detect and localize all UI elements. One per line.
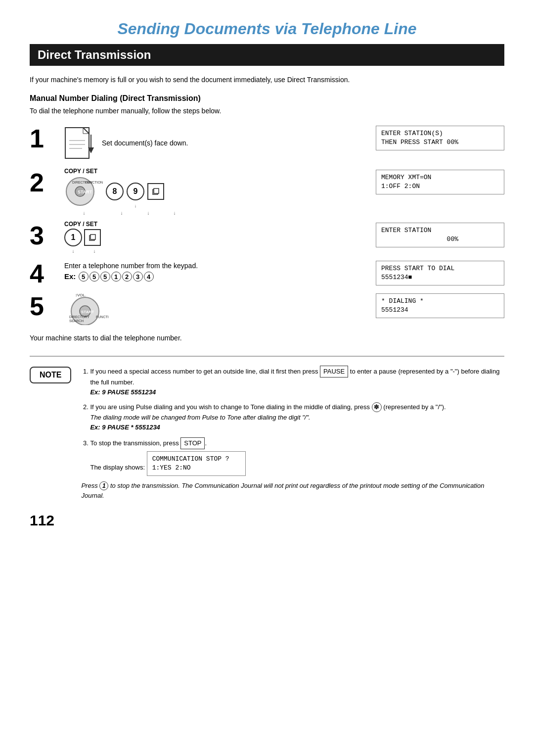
step-2-content: COPY / SET START DIRECTORY FUNCTION 8 9 … [59, 168, 376, 216]
section-divider [30, 356, 504, 357]
note-section: NOTE If you need a special access number… [30, 366, 504, 500]
svg-text:FUNCTION: FUNCTION [85, 181, 103, 184]
note-item-1: If you need a special access number to g… [90, 366, 504, 397]
display-shows-label: The display shows: [90, 464, 145, 471]
subsection-desc: To dial the telephone number manually, f… [30, 107, 504, 115]
note-content: If you need a special access number to g… [81, 366, 504, 500]
document-icon [64, 127, 94, 161]
steps-area: 1 [30, 124, 504, 330]
pause-button-inline: PAUSE [320, 366, 348, 378]
step-3-content: COPY / SET 1 ↓ ↓ [59, 221, 376, 254]
step-1-content: Set document(s) face down. [59, 124, 376, 163]
step-4-lcd: PRESS START TO DIAL 5551234■ [376, 259, 504, 285]
key-copy-sq-2 [147, 183, 164, 200]
step-2-machine: START DIRECTORY FUNCTION 8 9 ↓ [64, 176, 376, 207]
step-5-desc: Your machine starts to dial the telephon… [30, 334, 504, 342]
page-title: Sending Documents via Telephone Line [30, 20, 504, 38]
svg-text:↕VOL.: ↕VOL. [75, 293, 86, 297]
key-1: 1 [64, 229, 82, 246]
section-header: Direct Transmission [30, 44, 504, 66]
step-4-content: Enter a telephone number from the keypad… [59, 259, 376, 283]
lcd-box-4: PRESS START TO DIAL 5551234■ [376, 261, 504, 285]
svg-text:FUNCTION: FUNCTION [96, 315, 109, 319]
lcd-box-1: ENTER STATION(S) THEN PRESS START 00% [376, 126, 504, 150]
step-2-lcd: MEMORY XMT=ON 1:OFF 2:ON [376, 168, 504, 194]
svg-text:DIRECTORY: DIRECTORY [69, 315, 89, 319]
step-1-number: 1 [30, 126, 59, 151]
stop-button-inline: STOP [180, 437, 205, 449]
key-8: 8 [106, 183, 124, 200]
note-2-example: Ex: 9 PAUSE * 5551234 [90, 424, 160, 431]
step-5-lcd: * DIALING * 5551234 [376, 291, 504, 318]
note-2-italic-1: The dialing mode will be changed from Pu… [90, 414, 310, 421]
step-3-lcd: ENTER STATION 00% [376, 221, 504, 247]
step-1-row: 1 [30, 124, 504, 163]
note-item-3: To stop the transmission, press STOP. Th… [90, 437, 504, 476]
machine-icon-5: ↕VOL. START DIRECTORY SEARCH FUNCTION [64, 291, 109, 325]
step-2-copy-set-label: COPY / SET [64, 168, 376, 175]
svg-rect-14 [154, 189, 159, 193]
star-button-inline: ✽ [372, 402, 382, 412]
step-2-row: 2 COPY / SET START DIRECTORY FUNCTION 8 … [30, 168, 504, 216]
note-1-example: Ex: 9 PAUSE 5551234 [90, 388, 156, 396]
subsection-title: Manual Number Dialing (Direct Transmissi… [30, 94, 504, 103]
press-label: Press [81, 482, 99, 489]
step-1-lcd: ENTER STATION(S) THEN PRESS START 00% [376, 124, 504, 150]
page-number: 112 [30, 512, 504, 529]
svg-text:START: START [78, 189, 92, 194]
press-1-circle: 1 [99, 481, 108, 490]
step-3-copy-set-label: COPY / SET [64, 221, 376, 228]
step-4-number: 4 [30, 261, 59, 286]
key-9: 9 [127, 183, 144, 200]
step-3-row: 3 COPY / SET 1 ↓ ↓ ENTER STATION 00% [30, 221, 504, 254]
svg-rect-16 [90, 235, 95, 239]
step-2-number: 2 [30, 170, 59, 195]
step-3-keys: 1 [64, 229, 376, 246]
step-5-number: 5 [30, 293, 59, 319]
bottom-note: Press 1 to stop the transmission. The Co… [81, 481, 504, 500]
step-3-number: 3 [30, 223, 59, 248]
svg-text:START: START [81, 310, 94, 314]
note-badge: NOTE [30, 367, 71, 383]
lcd-box-2: MEMORY XMT=ON 1:OFF 2:ON [376, 170, 504, 194]
step-5-machine: ↕VOL. START DIRECTORY SEARCH FUNCTION [64, 291, 376, 325]
note-item-2: If you are using Pulse dialing and you w… [90, 402, 504, 432]
step-5-content: ↕VOL. START DIRECTORY SEARCH FUNCTION [59, 291, 376, 325]
lcd-box-3: ENTER STATION 00% [376, 223, 504, 247]
step-4-row: 4 Enter a telephone number from the keyp… [30, 259, 504, 286]
step-4-ex: Ex: 5551234 [64, 272, 376, 282]
lcd-box-note: COMMUNICATION STOP ? 1:YES 2:NO [147, 451, 246, 476]
svg-text:SEARCH: SEARCH [69, 319, 84, 323]
step-4-desc: Enter a telephone number from the keypad… [64, 262, 376, 270]
machine-icon-2: START DIRECTORY FUNCTION [64, 176, 104, 207]
intro-text: If your machine's memory is full or you … [30, 75, 504, 85]
step-1-desc: Set document(s) face down. [102, 139, 188, 147]
lcd-box-5: * DIALING * 5551234 [376, 293, 504, 318]
step-5-row: 5 ↕VOL. START DIRECTORY SEARCH FUNCTION … [30, 291, 504, 325]
key-copy-sq-3 [84, 229, 101, 246]
